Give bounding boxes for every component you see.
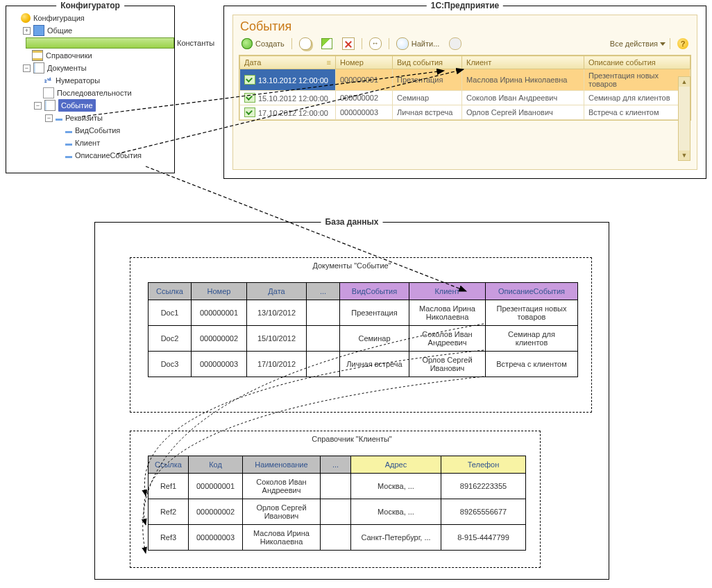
scroll-up-icon[interactable]: ▲: [679, 77, 690, 87]
search-icon: [396, 37, 409, 50]
edit-button[interactable]: [319, 37, 335, 50]
help-button[interactable]: ?: [675, 37, 691, 50]
cell: Семинар: [393, 91, 462, 105]
cell: Семинар для клиентов: [584, 91, 690, 105]
grid-row[interactable]: 15.10.2012 12:00:00 000000002 Семинар Со…: [240, 91, 690, 105]
th-addr: Адрес: [351, 456, 441, 474]
tree-label: Нумераторы: [56, 74, 100, 87]
cell: Маслова Ирина Николаевна: [462, 69, 584, 91]
delete-icon: [342, 37, 355, 50]
clients-table: Ссылка Код Наименование ... Адрес Телефо…: [148, 456, 526, 551]
table-row: Doc200000000215/10/2012СеминарСоколов Ив…: [149, 326, 578, 352]
th-dots: ...: [321, 456, 351, 474]
col-number[interactable]: Номер: [336, 56, 393, 69]
tree-label-selected: Событие: [58, 99, 96, 112]
help-icon: ?: [677, 38, 688, 49]
delete-button[interactable]: [339, 37, 357, 51]
tree-label: Клиент: [75, 137, 100, 149]
separator: [389, 38, 389, 49]
tree-root-label: Конфигурация: [33, 12, 85, 24]
docs-table: Ссылка Номер Дата ... ВидСобытия Клиент …: [148, 282, 578, 377]
create-button[interactable]: Создать: [239, 37, 287, 50]
numerators-icon: ₂³⁴: [43, 76, 53, 85]
requisites-icon: [56, 119, 62, 121]
cell: 000000001: [336, 69, 393, 91]
enterprise-window: События Создать Найти... Все действия ?: [232, 15, 697, 170]
swap-button[interactable]: [366, 37, 384, 51]
th-code: Код: [189, 456, 243, 474]
tree-constants[interactable]: Константы: [23, 37, 170, 49]
tree-requisites[interactable]: −Реквизиты: [45, 112, 170, 124]
tree-req-client[interactable]: Клиент: [56, 137, 170, 149]
tree-label: Реквизиты: [65, 112, 103, 124]
table-row: Doc100000000113/10/2012ПрезентацияМаслов…: [149, 300, 578, 326]
docs-caption: Документы "Событие": [308, 261, 395, 270]
tree-event[interactable]: −Событие: [34, 99, 170, 112]
col-date[interactable]: Дата≡: [240, 56, 336, 69]
copy-button[interactable]: [296, 37, 314, 51]
th-kind: ВидСобытия: [340, 283, 409, 300]
tree-sequences[interactable]: Последовательности: [34, 87, 170, 99]
configurator-title: Конфигуратор: [56, 1, 124, 10]
swap-icon: [369, 37, 382, 50]
th-date: Дата: [247, 283, 307, 300]
all-actions-button[interactable]: Все действия: [610, 40, 666, 48]
config-icon: [21, 13, 31, 23]
attr-icon: [65, 156, 72, 158]
scroll-down-icon[interactable]: ▼: [679, 150, 690, 160]
enterprise-title: 1С:Предприятие: [427, 1, 503, 10]
tree-req-kind[interactable]: ВидСобытия: [56, 124, 170, 137]
grid-row[interactable]: 17.10.2012 12:00:00 000000003 Личная вст…: [240, 105, 690, 120]
find-label: Найти...: [412, 40, 440, 48]
tree-label: Общие: [47, 24, 72, 37]
cell: Соколов Иван Андреевич: [462, 91, 584, 105]
events-grid-wrap: Дата≡ Номер Вид события Клиент Описание …: [239, 55, 691, 121]
th-desc: ОписаниеСобытия: [486, 283, 578, 300]
cell: 15.10.2012 12:00:00: [258, 94, 328, 103]
cell: Орлов Сергей Иванович: [462, 105, 584, 120]
configurator-panel: Конфигуратор Конфигурация +Общие Констан…: [6, 6, 175, 173]
toolbar: Создать Найти... Все действия ?: [233, 35, 697, 55]
cell: 000000002: [336, 91, 393, 105]
database-panel: База данных Документы "Событие" Ссылка Н…: [94, 222, 609, 580]
pencil-icon: [321, 38, 332, 49]
col-desc[interactable]: Описание события: [584, 56, 690, 69]
events-grid[interactable]: Дата≡ Номер Вид события Клиент Описание …: [239, 55, 690, 120]
grid-row[interactable]: 13.10.2012 12:00:00 000000001 Презентаци…: [240, 69, 690, 91]
tree-numerators[interactable]: ₂³⁴Нумераторы: [34, 74, 170, 87]
form-heading: События: [233, 15, 697, 35]
col-client[interactable]: Клиент: [462, 56, 584, 69]
th-number: Номер: [192, 283, 247, 300]
copy-icon: [299, 37, 312, 50]
clear-search-icon: [449, 37, 461, 50]
doc-status-icon: [244, 75, 255, 85]
find-button[interactable]: Найти...: [393, 37, 443, 51]
tree-label: Документы: [47, 62, 87, 74]
vertical-scrollbar[interactable]: ▲ ▼: [678, 76, 690, 161]
document-icon: [44, 100, 56, 111]
enterprise-panel: 1С:Предприятие События Создать Найти... …: [223, 6, 706, 179]
table-row: Ref3000000003Маслова Ирина НиколаевнаСан…: [149, 525, 526, 551]
tree-root[interactable]: Конфигурация: [12, 12, 170, 24]
tree-common[interactable]: +Общие: [23, 24, 170, 37]
tree-label: Справочники: [46, 49, 92, 62]
table-row: Ref1000000001Соколов Иван АндреевичМоскв…: [149, 474, 526, 499]
tree-label: ОписаниеСобытия: [75, 149, 142, 162]
cell: 17.10.2012 12:00:00: [258, 109, 328, 117]
tree-req-desc[interactable]: ОписаниеСобытия: [56, 149, 170, 162]
th-phone: Телефон: [441, 456, 526, 474]
all-actions-label: Все действия: [610, 40, 658, 48]
clear-find-button[interactable]: [446, 37, 464, 51]
cell: Презентация: [393, 69, 462, 91]
tree-catalogs[interactable]: Справочники: [23, 49, 170, 62]
catalogs-icon: [32, 50, 43, 61]
sort-icon: ≡: [327, 58, 331, 67]
col-kind[interactable]: Вид события: [393, 56, 462, 69]
attr-icon: [65, 131, 72, 133]
config-tree: Конфигурация +Общие Константы Справочник…: [6, 6, 174, 167]
tree-documents[interactable]: −Документы: [23, 62, 170, 74]
cell: Встреча с клиентом: [584, 105, 690, 120]
constants-icon: [26, 37, 174, 49]
cell: 13.10.2012 12:00:00: [258, 76, 328, 85]
cell: Личная встреча: [393, 105, 462, 120]
